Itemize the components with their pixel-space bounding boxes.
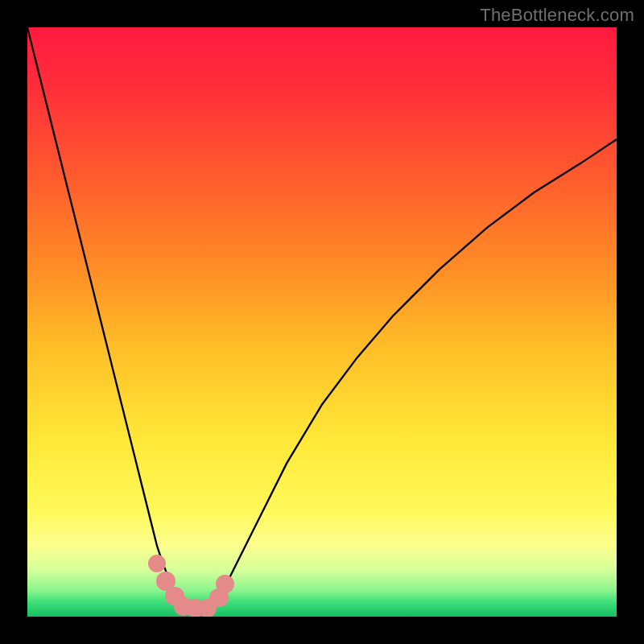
watermark-text: TheBottleneck.com <box>480 5 634 26</box>
plot-area <box>27 27 617 617</box>
curve-left <box>27 27 187 612</box>
curve-layer <box>27 27 617 617</box>
curve-right <box>210 139 617 612</box>
chart-frame: TheBottleneck.com <box>0 0 644 644</box>
data-marker <box>148 555 166 572</box>
